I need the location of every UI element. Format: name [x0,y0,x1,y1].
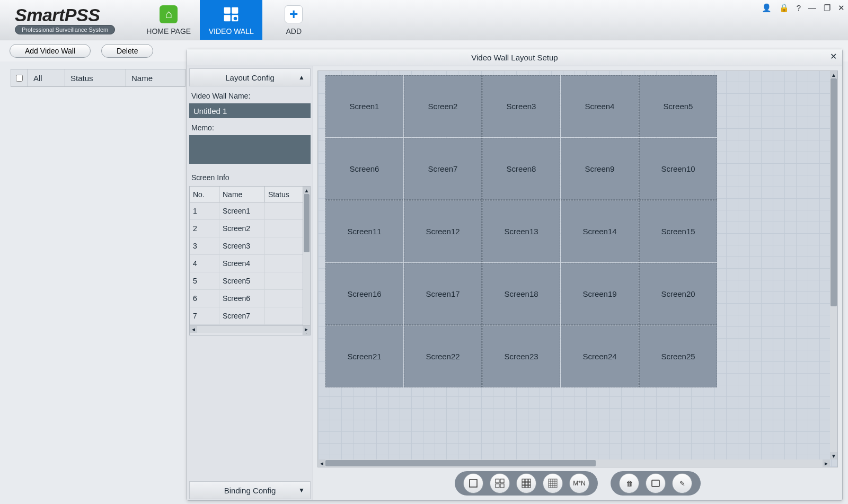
edit-button[interactable]: ✎ [672,473,692,493]
table-row[interactable]: 5 Screen5 [190,272,310,290]
layout-config-header[interactable]: Layout Config ▲ [189,68,311,86]
action-group: 🗑 ✎ [611,471,701,496]
add-video-wall-button[interactable]: Add Video Wall [10,44,91,58]
svg-rect-26 [652,480,659,487]
scroll-up-icon[interactable]: ▲ [303,187,310,194]
canvas-hscrollbar[interactable]: ◄ ► [318,459,830,467]
table-row[interactable]: 1 Screen1 [190,202,310,220]
canvas-scroll-left-icon[interactable]: ◄ [318,459,325,467]
screen-table-hscrollbar[interactable]: ◄ ► [190,325,310,333]
merge-button[interactable] [646,473,666,493]
binding-config-header[interactable]: Binding Config ▼ [189,481,311,499]
screen-tile[interactable]: Screen11 [325,200,403,262]
split-4x4-button[interactable] [543,473,563,493]
screen-table-vscrollbar[interactable]: ▲ ▼ [303,187,310,335]
delete-button[interactable]: Delete [101,44,153,58]
split-1x1-button[interactable] [463,473,483,493]
screen-tile[interactable]: Screen5 [639,75,717,137]
dialog-title-bar: Video Wall Layout Setup ✕ [187,49,842,66]
canvas-vscroll-thumb[interactable] [831,78,837,306]
layout-setup-dialog: Video Wall Layout Setup ✕ Layout Config … [187,49,843,501]
col-name: Name [126,69,185,86]
scroll-thumb[interactable] [304,194,310,252]
minimize-button[interactable]: — [808,3,816,13]
split-3x3-button[interactable] [516,473,536,493]
screen-tile[interactable]: Screen13 [482,200,560,262]
tab-home-page[interactable]: ⌂ HOME PAGE [137,0,200,40]
select-all-checkbox[interactable] [11,69,28,86]
screen-tile[interactable]: Screen4 [561,75,639,137]
split-mxn-button[interactable]: M*N [569,473,589,493]
split-2x2-button[interactable] [490,473,510,493]
memo-label: Memo: [189,120,311,133]
screen-tile[interactable]: Screen12 [404,200,482,262]
app-title: SmartPSS [15,6,100,24]
tab-add[interactable]: + ADD [262,0,325,40]
help-icon[interactable]: ? [797,3,801,13]
screen-tile[interactable]: Screen23 [482,325,560,387]
user-icon[interactable]: 👤 [762,3,772,13]
dialog-title: Video Wall Layout Setup [471,53,558,62]
cell-name: Screen4 [219,255,265,272]
screen-tile[interactable]: Screen18 [482,263,560,325]
scroll-left-icon[interactable]: ◄ [190,326,197,333]
table-row[interactable]: 4 Screen4 [190,255,310,272]
scroll-right-icon[interactable]: ► [303,326,310,333]
memo-input[interactable] [189,135,311,164]
screen-tile[interactable]: Screen22 [404,325,482,387]
canvas-scroll-right-icon[interactable]: ► [823,459,830,467]
cell-name: Screen7 [219,307,265,324]
home-icon: ⌂ [159,5,178,24]
screen-tile[interactable]: Screen8 [482,138,560,200]
canvas-hscroll-thumb[interactable] [325,460,596,466]
svg-rect-8 [496,484,499,488]
table-row[interactable]: 2 Screen2 [190,220,310,237]
tab-video-wall[interactable]: VIDEO WALL [200,0,262,40]
screen-tile[interactable]: Screen16 [325,263,403,325]
config-sidebar: Layout Config ▲ Video Wall Name: Memo: S… [187,66,313,500]
tab-add-label: ADD [286,27,302,36]
lock-icon[interactable]: 🔒 [779,3,789,13]
table-row[interactable]: 3 Screen3 [190,237,310,255]
maximize-button[interactable]: ❐ [824,3,831,13]
screen-tile[interactable]: Screen17 [404,263,482,325]
table-row[interactable]: 7 Screen7 [190,307,310,325]
screen-tile[interactable]: Screen25 [639,325,717,387]
dialog-close-button[interactable]: ✕ [830,51,837,61]
close-button[interactable]: ✕ [838,3,845,13]
window-controls: 👤 🔒 ? — ❐ ✕ [762,3,845,13]
cell-no: 7 [190,307,219,324]
layout-canvas[interactable]: Screen1Screen2Screen3Screen4Screen5Scree… [317,70,838,467]
canvas-scroll-up-icon[interactable]: ▲ [830,71,837,78]
svg-rect-18 [528,485,531,488]
left-table-header: All Status Name [11,69,186,87]
screen-tile[interactable]: Screen24 [561,325,639,387]
screen-tile[interactable]: Screen2 [404,75,482,137]
title-bar: SmartPSS Professional Surveillance Syste… [0,0,848,40]
layout-toolbar: M*N 🗑 ✎ [317,471,838,496]
screen-tile[interactable]: Screen21 [325,325,403,387]
screen-tile[interactable]: Screen10 [639,138,717,200]
cell-no: 1 [190,202,219,219]
canvas-scroll-down-icon[interactable]: ▼ [830,452,837,459]
svg-rect-14 [525,482,528,485]
cell-name: Screen2 [219,220,265,237]
screen-tile[interactable]: Screen6 [325,138,403,200]
video-wall-name-label: Video Wall Name: [189,89,311,101]
screen-tile[interactable]: Screen20 [639,263,717,325]
screen-tile[interactable]: Screen14 [561,200,639,262]
screen-tile[interactable]: Screen3 [482,75,560,137]
screen-tile[interactable]: Screen7 [404,138,482,200]
canvas-vscrollbar[interactable]: ▲ ▼ [830,71,837,459]
edit-icon: ✎ [679,480,685,488]
screen-tile[interactable]: Screen9 [561,138,639,200]
table-row[interactable]: 6 Screen6 [190,290,310,307]
cell-name: Screen5 [219,272,265,289]
layout-canvas-area: Screen1Screen2Screen3Screen4Screen5Scree… [313,66,842,500]
video-wall-name-input[interactable] [189,103,311,118]
app-subtitle: Professional Surveillance System [15,25,115,34]
screen-tile[interactable]: Screen1 [325,75,403,137]
screen-tile[interactable]: Screen15 [639,200,717,262]
screen-tile[interactable]: Screen19 [561,263,639,325]
delete-screen-button[interactable]: 🗑 [619,473,639,493]
